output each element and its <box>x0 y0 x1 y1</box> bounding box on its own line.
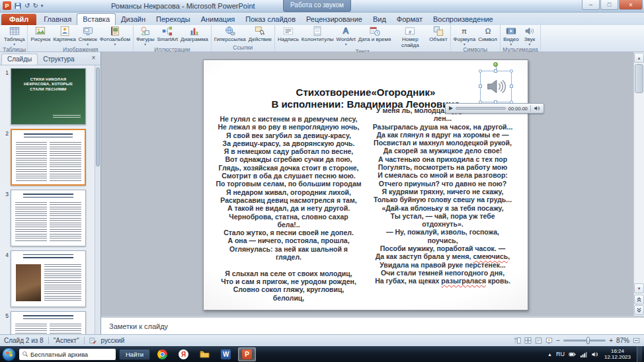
picture-button[interactable]: Рисунок <box>29 25 52 43</box>
tab-slides[interactable]: Слайды <box>1 54 38 65</box>
minimize-button[interactable]: – <box>582 0 600 10</box>
audio-playback-bar[interactable]: ▶ 00:00.00 <box>445 103 544 114</box>
maximize-button[interactable]: □ <box>600 0 618 10</box>
slidenum-button[interactable]: #Номер слайда <box>392 25 428 48</box>
start-button[interactable] <box>2 347 16 361</box>
object-button[interactable]: Объект <box>428 25 448 43</box>
textbox-button[interactable]: Надпись <box>276 25 300 43</box>
hf-button[interactable]: Колонтитулы <box>300 25 335 43</box>
slide-sorter-view-button[interactable] <box>524 337 532 344</box>
poem-columns[interactable]: Не гулял с кистенем я в дремучем лесу,Не… <box>212 106 520 302</box>
file-tab[interactable]: Файл <box>1 14 36 25</box>
slide-thumbnail-2[interactable] <box>11 129 86 186</box>
table-button[interactable]: Таблица▾ <box>3 25 26 46</box>
zoom-slider[interactable] <box>563 340 606 342</box>
resize-handle-w[interactable] <box>479 85 482 88</box>
slide-thumbnail-4[interactable] <box>11 250 86 307</box>
ribbon-tab-6[interactable]: Рецензирование <box>301 14 368 25</box>
ribbon-tab-3[interactable]: Переходы <box>151 14 196 25</box>
contextual-tab-0[interactable]: Формат <box>391 14 428 25</box>
vertical-scrollbar[interactable]: ▲ ▼ <box>633 52 644 316</box>
poem-column-right[interactable]: У меня ль, молодца, кудри — чесаныйлен..… <box>366 106 520 302</box>
slideshow-view-button[interactable] <box>545 337 553 344</box>
panel-close-icon[interactable]: × <box>89 54 98 63</box>
audio-object-selection[interactable] <box>480 71 512 102</box>
slide-thumbnail-1[interactable]: СТИХИ НИКОЛАЯ НЕКРАСОВА, КОТОРЫЕ СТАЛИ П… <box>11 68 86 125</box>
screenshot-button[interactable]: Снимок▾ <box>77 25 99 46</box>
symbol-button[interactable]: ΩСимвол <box>477 25 499 43</box>
contextual-tab-1[interactable]: Воспроизведение <box>428 14 499 25</box>
ribbon-group-3: ГиперссылкаДействиеСсылки <box>212 25 275 52</box>
fit-to-window-button[interactable] <box>633 337 640 344</box>
taskbar-search-input[interactable]: Бесплатный архива <box>19 349 116 360</box>
normal-view-button[interactable] <box>514 337 521 344</box>
formula-button[interactable]: πФормула▾ <box>452 25 477 46</box>
video-button[interactable]: Видео▾ <box>502 25 520 46</box>
tray-expand-icon[interactable]: ▲ <box>547 352 552 357</box>
slide-thumbnail-5[interactable] <box>11 311 86 334</box>
previous-slide-button[interactable] <box>634 295 644 305</box>
volume-icon[interactable] <box>534 105 540 112</box>
resize-handle-e[interactable] <box>510 85 513 88</box>
play-button[interactable]: ▶ <box>449 106 453 111</box>
hyperlink-button[interactable]: Гиперссылка <box>213 25 247 43</box>
ribbon-tab-7[interactable]: Вид <box>368 14 391 25</box>
next-slide-button[interactable] <box>634 305 644 315</box>
poem-column-left[interactable]: Не гулял с кистенем я в дремучем лесу,Не… <box>212 106 366 302</box>
scroll-down-button[interactable]: ▼ <box>634 283 644 293</box>
zoom-out-button[interactable]: − <box>556 337 560 344</box>
clipart-button[interactable]: Картинка <box>52 25 77 43</box>
powerpoint-app-icon[interactable]: P <box>3 1 11 10</box>
audio-speaker-icon[interactable] <box>485 75 507 98</box>
customize-qat-icon[interactable]: ▾ <box>41 3 44 9</box>
scroll-up-button[interactable]: ▲ <box>634 53 644 63</box>
zoom-slider-thumb[interactable] <box>586 337 590 344</box>
seek-bar[interactable] <box>456 107 506 110</box>
redo-icon[interactable]: ↻ <box>32 1 38 10</box>
audio-button[interactable]: Звук▾ <box>520 25 539 46</box>
shapes-button[interactable]: Фигуры▾ <box>135 25 156 46</box>
search-submit-button[interactable]: Найти <box>119 349 150 360</box>
smartart-button[interactable]: SmartArt <box>156 25 180 43</box>
network-icon[interactable] <box>580 351 587 358</box>
ribbon-tab-1[interactable]: Вставка <box>77 13 116 25</box>
ribbon-tab-0[interactable]: Главная <box>38 14 77 25</box>
resize-handle-ne[interactable] <box>510 69 513 73</box>
action-button[interactable]: Действие <box>247 25 273 43</box>
save-icon[interactable] <box>14 2 22 10</box>
volume-tray-icon[interactable] <box>591 351 598 358</box>
language-tray-indicator[interactable]: RU <box>556 351 565 357</box>
slide-thumbnail-3[interactable] <box>11 190 86 246</box>
zoom-in-button[interactable]: + <box>609 337 613 344</box>
album-button[interactable]: Фотоальбом▾ <box>99 25 132 46</box>
show-desktop-button[interactable] <box>637 346 642 362</box>
ribbon-tab-5[interactable]: Показ слайдов <box>240 14 301 25</box>
taskbar-yandex-icon[interactable]: Я <box>175 347 192 361</box>
taskbar-explorer-icon[interactable] <box>196 347 214 361</box>
spellcheck-icon[interactable] <box>89 337 97 344</box>
language-indicator[interactable]: русский <box>101 337 125 344</box>
ribbon-tab-2[interactable]: Дизайн <box>116 14 151 25</box>
undo-icon[interactable]: ↺ <box>24 1 30 10</box>
clock[interactable]: 16:2412.12.2023 <box>602 348 633 360</box>
rotate-handle[interactable] <box>493 62 498 67</box>
scrollbar-thumb[interactable] <box>635 64 643 93</box>
panel-scrollbar[interactable] <box>95 65 101 334</box>
notes-pane[interactable]: Заметки к слайду <box>101 316 644 334</box>
datetime-button[interactable]: Дата и время <box>357 25 393 43</box>
wordart-button[interactable]: АWordArt▾ <box>335 25 357 46</box>
close-button[interactable]: × <box>619 0 643 10</box>
battery-icon[interactable] <box>569 351 576 358</box>
taskbar-chrome-icon[interactable] <box>153 347 171 361</box>
reading-view-button[interactable] <box>535 337 542 344</box>
taskbar-word-icon[interactable]: W <box>217 347 235 361</box>
ribbon-tab-4[interactable]: Анимация <box>196 14 241 25</box>
resize-handle-nw[interactable] <box>479 69 482 73</box>
panel-scrollbar-thumb[interactable] <box>96 67 100 166</box>
chart-button[interactable]: Диаграмма <box>179 25 210 43</box>
tab-outline[interactable]: Структура <box>38 54 79 65</box>
resize-handle-n[interactable] <box>494 69 497 73</box>
taskbar-powerpoint-icon[interactable]: P <box>238 347 256 361</box>
poem-line: глядел. <box>212 253 366 261</box>
thumbnail-content <box>11 312 85 334</box>
